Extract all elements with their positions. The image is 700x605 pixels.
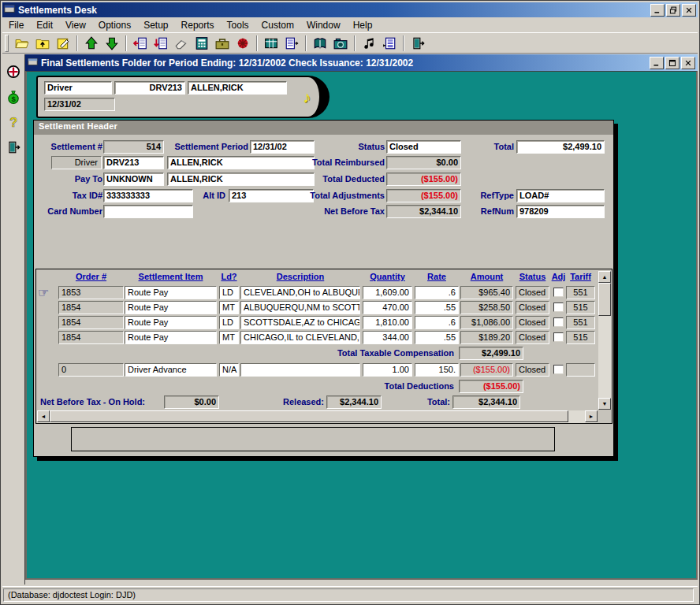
entity-type-field[interactable]: Driver [44,81,112,95]
scroll-left-icon[interactable]: ◄ [37,410,50,422]
total-reimbursed-field[interactable]: $0.00 [386,156,461,169]
book-icon[interactable] [310,34,330,53]
grid-row-2-cell-ld[interactable]: LD [219,316,239,329]
eraser-icon[interactable] [171,34,192,53]
grid-row-2-cell-tariff[interactable]: 551 [566,316,595,329]
adj-checkbox[interactable] [553,365,564,374]
child-maximize-button[interactable] [665,57,680,69]
driver-code-header-field[interactable]: DRV213 [103,156,164,169]
total-taxable-field[interactable]: $2,499.10 [459,347,523,360]
target-icon[interactable] [4,62,23,81]
grid-row-3-cell-desc[interactable]: CHICAGO,IL to CLEVELAND,OH [240,331,360,344]
deduction-row-cell-tariff[interactable] [566,363,595,377]
period-date-field[interactable]: 12/31/02 [44,98,115,111]
grid-row-2-cell-qty[interactable]: 1,810.00 [363,316,412,329]
grid-row-1-cell-rate[interactable]: .55 [415,301,459,314]
released-field[interactable]: $2,344.10 [326,395,382,409]
arrow-down-icon[interactable] [102,34,122,53]
grid-row-0-cell-qty[interactable]: 1,609.00 [363,286,412,299]
vertical-scroll-thumb[interactable] [598,283,611,316]
minimize-button[interactable] [650,4,665,17]
column-header-order[interactable]: Order # [76,272,106,283]
grid-row-1-cell-status[interactable]: Closed [516,301,549,314]
grid-row-2-cell-item[interactable]: Route Pay [125,316,217,329]
total-deducted-field[interactable]: ($155.00) [386,173,461,186]
column-header-desc[interactable]: Description [277,272,325,283]
grid-row-3-cell-rate[interactable]: .55 [415,331,459,344]
menu-reports[interactable]: Reports [175,19,221,32]
deduction-row-cell-amount[interactable]: ($155.00) [460,363,513,377]
table-icon[interactable] [261,34,281,53]
menu-file[interactable]: File [2,19,30,32]
adj-checkbox[interactable] [553,317,564,327]
menu-options[interactable]: Options [92,19,137,32]
doc-arrow-left-icon[interactable] [130,34,151,53]
settlement-number-field[interactable]: 514 [103,140,164,154]
grid-row-1-cell-tariff[interactable]: 515 [566,301,595,314]
menu-setup[interactable]: Setup [137,19,174,32]
grid-row-3-cell-amount[interactable]: $189.20 [460,331,513,344]
exit-door-icon[interactable] [408,34,428,53]
driver-tab[interactable]: Driver DRV213 ALLEN,RICK 12/31/02 ♪ [36,76,330,118]
child-minimize-button[interactable] [650,57,664,69]
grid-row-0-cell-item[interactable]: Route Pay [125,286,217,299]
grid-row-2-cell-desc[interactable]: SCOTTSDALE,AZ to CHICAGO,IL [240,316,360,329]
restore-button[interactable] [666,4,680,17]
grid-row-0-cell-amount[interactable]: $965.40 [460,286,513,299]
grid-row-0-cell-rate[interactable]: .6 [415,286,459,299]
music-note-icon[interactable] [359,34,379,53]
scroll-up-icon[interactable]: ▲ [598,271,611,283]
on-hold-field[interactable]: $0.00 [164,395,219,409]
total-field[interactable]: $2,499.10 [516,140,605,154]
grid-row-1-cell-desc[interactable]: ALBUQUERQU,NM to SCOTTSDA [240,301,360,314]
ref-type-field[interactable]: LOAD# [516,189,605,202]
grid-row-3-cell-tariff[interactable]: 515 [566,331,595,344]
menu-custom[interactable]: Custom [255,19,300,32]
grid-row-1-cell-amount[interactable]: $258.50 [460,301,513,314]
total-deductions-field[interactable]: ($155.00) [459,380,523,393]
edit-note-icon[interactable] [53,34,73,53]
grid-horizontal-scrollbar[interactable]: ◄ ► [37,410,598,423]
horizontal-scroll-thumb[interactable] [50,410,568,422]
open-folder-icon[interactable] [12,34,32,53]
grid-row-2-cell-amount[interactable]: $1,086.00 [460,316,513,329]
grid-row-3-cell-ld[interactable]: MT [219,331,239,344]
arrow-up-icon[interactable] [81,34,102,53]
column-header-status[interactable]: Status [519,272,546,283]
ref-num-field[interactable]: 978209 [516,205,605,218]
doc-column-icon[interactable] [281,34,302,53]
grid-row-1-cell-ld[interactable]: MT [219,301,239,314]
grid-row-2-cell-status[interactable]: Closed [516,316,549,329]
grid-row-3-cell-order[interactable]: 1854 [58,331,124,344]
calculator-icon[interactable] [192,34,212,53]
exit-door-icon[interactable] [4,138,23,157]
total-adjustments-field[interactable]: ($155.00) [386,189,461,202]
comment-box[interactable] [71,427,555,451]
column-header-amount[interactable]: Amount [471,272,504,283]
driver-name-header-field[interactable]: ALLEN,RICK [167,156,315,169]
net-before-tax-field[interactable]: $2,344.10 [386,205,461,218]
deduction-row-cell-status[interactable]: Closed [516,363,549,377]
grid-vertical-scrollbar[interactable]: ▲ ▼ [598,271,612,410]
child-close-button[interactable] [681,57,695,69]
deduction-row-cell-ld[interactable]: N/A [219,363,239,377]
column-header-rate[interactable]: Rate [427,272,446,283]
grand-total-field[interactable]: $2,344.10 [452,395,520,409]
grid-row-2-cell-order[interactable]: 1854 [58,316,124,329]
pay-to-name-field[interactable]: ALLEN,RICK [167,173,315,186]
camera-icon[interactable] [330,34,351,53]
menu-edit[interactable]: Edit [30,19,59,32]
adj-checkbox[interactable] [553,332,564,342]
grid-row-0-cell-order[interactable]: 1853 [58,286,124,299]
grid-row-2-cell-rate[interactable]: .6 [415,316,459,329]
menu-help[interactable]: Help [347,19,379,32]
deduction-row-cell-desc[interactable] [240,363,360,377]
pay-to-code-field[interactable]: UNKNOWN [103,173,164,186]
tax-id-field[interactable]: 333333333 [103,189,193,202]
grid-row-0-cell-status[interactable]: Closed [516,286,549,299]
grid-row-3-cell-item[interactable]: Route Pay [125,331,217,344]
menu-window[interactable]: Window [300,19,347,32]
column-header-item[interactable]: Settlement Item [139,272,203,283]
driver-code-field[interactable]: DRV213 [114,81,185,95]
column-header-qty[interactable]: Quantity [370,272,405,283]
